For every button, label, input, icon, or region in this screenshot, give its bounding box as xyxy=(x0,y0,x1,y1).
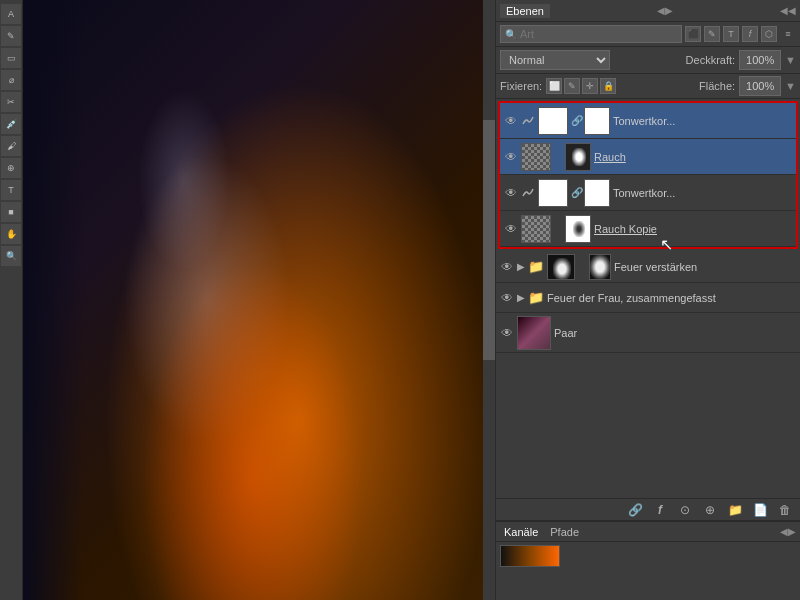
layer-thumb-7 xyxy=(517,316,551,350)
tool-hand[interactable]: ✋ xyxy=(1,224,21,244)
layer-visibility-1[interactable]: 👁 xyxy=(504,114,518,128)
channels-panel: Kanäle Pfade ◀▶ xyxy=(496,520,800,600)
tab-ebenen[interactable]: Ebenen xyxy=(500,4,550,18)
table-row[interactable]: 👁 ▶ 📁 Feuer verstärken xyxy=(496,251,800,283)
layers-list: 👁 🔗 Tonwertkоr... 👁 Rauch xyxy=(496,99,800,498)
layer-thumb-1 xyxy=(538,107,568,135)
search-input[interactable] xyxy=(520,28,677,40)
opacity-label: Deckkraft: xyxy=(686,54,736,66)
fill-arrow[interactable]: ▼ xyxy=(785,80,796,92)
right-panel: Ebenen ◀▶ ◀◀ 🔍 ⬛ ✎ T f ⬡ ≡ Normal Deckkr… xyxy=(495,0,800,600)
layer-visibility-3[interactable]: 👁 xyxy=(504,186,518,200)
table-row[interactable]: 👁 🔗 Tonwertkоr... xyxy=(500,103,796,139)
layer-mask-4 xyxy=(565,215,591,243)
tool-shape[interactable]: ■ xyxy=(1,202,21,222)
tool-eyedrop[interactable]: 💉 xyxy=(1,114,21,134)
scroll-thumb[interactable] xyxy=(483,120,495,360)
layer-thumb-2 xyxy=(521,143,551,171)
tool-text[interactable]: T xyxy=(1,180,21,200)
layer-type-icon-1 xyxy=(521,114,535,128)
channel-thumbnail xyxy=(500,545,560,567)
filter-pixel-icon[interactable]: ⬛ xyxy=(685,26,701,42)
channels-row xyxy=(496,542,800,570)
layer-expand-6[interactable]: ▶ xyxy=(517,292,525,303)
tool-clone[interactable]: ⊕ xyxy=(1,158,21,178)
filter-toggle[interactable]: ≡ xyxy=(780,26,796,42)
tab-kanale[interactable]: Kanäle xyxy=(500,525,542,539)
layer-name-7: Paar xyxy=(554,327,796,339)
new-layer-icon[interactable]: 📄 xyxy=(749,501,771,519)
bottom-icons: 🔗 f ⊙ ⊕ 📁 📄 🗑 xyxy=(496,498,800,520)
layer-visibility-7[interactable]: 👁 xyxy=(500,326,514,340)
panel-tab-arrows[interactable]: ◀▶ xyxy=(657,5,673,16)
filter-smart-icon[interactable]: ⬡ xyxy=(761,26,777,42)
table-row[interactable]: 👁 Rauch xyxy=(500,139,796,175)
lock-row: Fixieren: ⬜ ✎ ✛ 🔒 Fläche: ▼ xyxy=(496,74,800,99)
tool-arrow[interactable]: A xyxy=(1,4,21,24)
table-row[interactable]: 👁 🔗 Tonwertkоr... xyxy=(500,175,796,211)
canvas-image xyxy=(23,0,483,600)
filter-text-icon[interactable]: T xyxy=(723,26,739,42)
opacity-arrow[interactable]: ▼ xyxy=(785,54,796,66)
fill-input[interactable] xyxy=(739,76,781,96)
layer-visibility-4[interactable]: 👁 xyxy=(504,222,518,236)
left-toolbar: A ✎ ▭ ⌀ ✂ 💉 🖌 ⊕ T ■ ✋ 🔍 xyxy=(0,0,23,600)
adjustment-icon[interactable]: ⊕ xyxy=(699,501,721,519)
tool-zoom[interactable]: 🔍 xyxy=(1,246,21,266)
search-icon: 🔍 xyxy=(505,29,517,40)
layer-name-5: Feuer verstärken xyxy=(614,261,796,273)
layer-name-6: Feuer der Frau, zusammengefasst xyxy=(547,292,796,304)
layer-visibility-2[interactable]: 👁 xyxy=(504,150,518,164)
layer-visibility-6[interactable]: 👁 xyxy=(500,291,514,305)
filter-adj-icon[interactable]: ✎ xyxy=(704,26,720,42)
layer-name-3: Tonwertkоr... xyxy=(613,187,792,199)
new-group-icon[interactable]: 📁 xyxy=(724,501,746,519)
tool-brush[interactable]: 🖌 xyxy=(1,136,21,156)
layers-selected-group: 👁 🔗 Tonwertkоr... 👁 Rauch xyxy=(498,101,798,249)
fill-label: Fläche: xyxy=(699,80,735,92)
layer-mask-1 xyxy=(584,107,610,135)
delete-layer-icon[interactable]: 🗑 xyxy=(774,501,796,519)
layer-link-3: 🔗 xyxy=(571,187,581,198)
opacity-input[interactable] xyxy=(739,50,781,70)
layer-mask-5 xyxy=(589,254,611,280)
layer-expand-5[interactable]: ▶ xyxy=(517,261,525,272)
folder-icon-6: 📁 xyxy=(528,290,544,305)
blend-mode-select[interactable]: Normal xyxy=(500,50,610,70)
panel-collapse[interactable]: ◀◀ xyxy=(780,5,796,16)
layer-mask-3 xyxy=(584,179,610,207)
layer-mask-2 xyxy=(565,143,591,171)
search-box: 🔍 xyxy=(500,25,682,43)
layer-name-4: Rauch Kopie xyxy=(594,223,792,235)
channels-arrows[interactable]: ◀▶ xyxy=(780,526,796,537)
blend-row: Normal Deckkraft: ▼ xyxy=(496,47,800,74)
filter-fx-icon[interactable]: f xyxy=(742,26,758,42)
lock-icons: ⬜ ✎ ✛ 🔒 xyxy=(546,78,616,94)
channels-tabs: Kanäle Pfade ◀▶ xyxy=(496,522,800,542)
canvas-area xyxy=(23,0,483,600)
link-layers-icon[interactable]: 🔗 xyxy=(624,501,646,519)
lock-pos-icon[interactable]: ✛ xyxy=(582,78,598,94)
fx-icon[interactable]: f xyxy=(649,501,671,519)
add-mask-icon[interactable]: ⊙ xyxy=(674,501,696,519)
layer-link-1: 🔗 xyxy=(571,115,581,126)
table-row[interactable]: 👁 Paar xyxy=(496,313,800,353)
layer-type-icon-3 xyxy=(521,186,535,200)
lock-all-icon[interactable]: 🔒 xyxy=(600,78,616,94)
layer-visibility-5[interactable]: 👁 xyxy=(500,260,514,274)
tool-rect[interactable]: ▭ xyxy=(1,48,21,68)
tool-crop[interactable]: ✂ xyxy=(1,92,21,112)
layer-name-2: Rauch xyxy=(594,151,792,163)
table-row[interactable]: 👁 ▶ 📁 Feuer der Frau, zusammengefasst xyxy=(496,283,800,313)
tab-pfade[interactable]: Pfade xyxy=(546,525,583,539)
layer-thumb-3 xyxy=(538,179,568,207)
tool-pen[interactable]: ✎ xyxy=(1,26,21,46)
folder-icon-5: 📁 xyxy=(528,259,544,274)
tool-lasso[interactable]: ⌀ xyxy=(1,70,21,90)
lock-draw-icon[interactable]: ✎ xyxy=(564,78,580,94)
vertical-scrollbar[interactable] xyxy=(483,0,495,600)
layer-thumb-5 xyxy=(547,254,575,280)
filter-row: 🔍 ⬛ ✎ T f ⬡ ≡ xyxy=(496,22,800,47)
lock-pixel-icon[interactable]: ⬜ xyxy=(546,78,562,94)
table-row[interactable]: 👁 Rauch Kopie ↖ xyxy=(500,211,796,247)
